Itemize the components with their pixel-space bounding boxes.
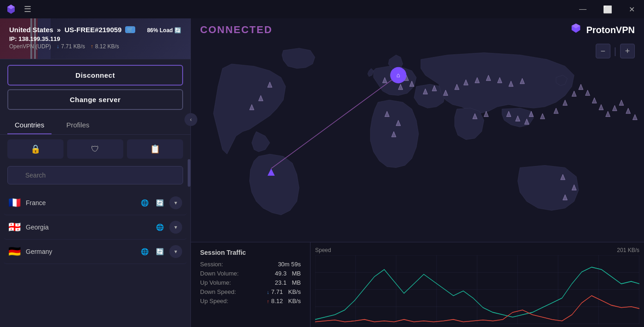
tab-countries[interactable]: Countries <box>7 117 52 134</box>
server-load: 86% Load 🔄 <box>147 27 181 34</box>
filter-free-button[interactable]: 🔒 <box>7 139 63 159</box>
speed-chart-panel: Speed 201 KB/s <box>310 242 644 327</box>
proton-logo-icon <box>6 4 17 15</box>
action-buttons: Disconnect Change server <box>0 59 190 114</box>
expand-france-button[interactable]: ▾ <box>169 196 182 209</box>
list-item[interactable]: 🇫🇷 France 🌐 🔄 ▾ <box>4 191 187 215</box>
zoom-divider: | <box>614 46 616 57</box>
title-bar: ☰ — ⬜ ✕ <box>0 0 644 18</box>
globe-icon-france[interactable]: 🌐 <box>139 198 150 207</box>
ip-label: IP: <box>9 35 17 42</box>
country-actions-georgia: 🌐 ▾ <box>154 221 182 234</box>
search-area: 🔍 <box>0 163 190 189</box>
down-vol-label: Down Volume: <box>200 270 239 277</box>
globe-icon-germany[interactable]: 🌐 <box>139 247 150 256</box>
up-vol-label: Up Volume: <box>200 279 231 286</box>
up-speed-label: Up Speed: <box>200 298 228 304</box>
list-item[interactable]: 🇩🇪 Germany 🌐 🔄 ▾ <box>4 240 187 264</box>
download-arrow-icon: ↓ <box>57 43 59 50</box>
right-area: CONNECTED ProtonVPN − | + <box>191 18 644 327</box>
collapse-panel-button[interactable]: ‹ <box>184 113 197 126</box>
close-button[interactable]: ✕ <box>625 3 638 16</box>
map-container[interactable]: ⌂ <box>191 41 644 244</box>
connection-info: United States » US-FREE#219059 🛒 IP: 138… <box>0 18 190 59</box>
up-speed-arrow-icon: ↑ <box>267 298 270 304</box>
retry-icon-germany[interactable]: 🔄 <box>154 247 166 256</box>
country-actions-germany: 🌐 🔄 ▾ <box>139 245 182 258</box>
world-map-svg: ⌂ <box>191 41 644 244</box>
down-speed-label: Down Speed: <box>200 288 236 295</box>
protonvpn-brand: ProtonVPN <box>569 23 635 38</box>
zoom-in-button[interactable]: + <box>620 44 635 58</box>
speed-chart-svg <box>315 255 639 324</box>
ip-value: 138.199.35.119 <box>18 35 60 42</box>
disconnect-button[interactable]: Disconnect <box>7 65 183 86</box>
search-wrapper: 🔍 <box>7 166 183 184</box>
globe-icon-georgia[interactable]: 🌐 <box>154 223 166 232</box>
down-speed-arrow-icon: ↓ <box>267 289 270 295</box>
up-vol-value: 23.1 MB <box>275 279 301 286</box>
country-name: United States <box>9 26 53 34</box>
session-traffic-title: Session Traffic <box>200 249 301 256</box>
session-label: Session: <box>200 261 223 268</box>
protocol-name: OpenVPN (UDP) <box>9 43 51 50</box>
tab-bar: Countries Profiles <box>0 114 190 135</box>
tab-profiles[interactable]: Profiles <box>59 117 97 134</box>
lock-icon: 🔒 <box>30 144 40 154</box>
country-name-germany: Germany <box>26 248 134 255</box>
filter-row: 🔒 🛡 📋 <box>0 135 190 163</box>
zoom-out-button[interactable]: − <box>596 44 610 58</box>
window-controls: — ⬜ ✕ <box>575 3 638 16</box>
zoom-controls: − | + <box>596 44 635 58</box>
svg-text:⌂: ⌂ <box>397 72 400 79</box>
p2p-icon: 📋 <box>150 144 160 154</box>
server-name: US-FREE#219059 <box>64 26 121 34</box>
session-stat-row: Session: 30m 59s <box>200 261 301 268</box>
down-vol-value: 49.3 MB <box>275 270 301 277</box>
connected-status: CONNECTED <box>200 24 272 36</box>
expand-georgia-button[interactable]: ▾ <box>169 221 182 234</box>
search-input[interactable] <box>7 166 183 184</box>
panel-scrollbar[interactable] <box>188 159 190 187</box>
hamburger-menu-icon[interactable]: ☰ <box>24 4 31 14</box>
bottom-stats: Session Traffic Session: 30m 59s Down Vo… <box>191 242 644 327</box>
retry-icon-france[interactable]: 🔄 <box>154 198 166 207</box>
speed-chart-labels: Speed 201 KB/s <box>315 247 639 253</box>
down-speed-value: ↓ 7.71 KB/s <box>267 288 301 295</box>
download-chart-line <box>315 267 639 320</box>
up-volume-row: Up Volume: 23.1 MB <box>200 279 301 286</box>
speed-chart-max: 201 KB/s <box>617 247 639 253</box>
upload-speed: ↑ 8.12 KB/s <box>91 43 119 50</box>
france-flag-icon: 🇫🇷 <box>8 197 21 209</box>
location-separator: » <box>57 26 61 34</box>
filter-p2p-button[interactable]: 📋 <box>127 139 183 159</box>
georgia-flag-icon: 🇬🇪 <box>8 221 21 233</box>
session-value: 30m 59s <box>278 261 301 268</box>
country-actions-france: 🌐 🔄 ▾ <box>139 196 182 209</box>
shop-badge: 🛒 <box>125 26 135 33</box>
upload-arrow-icon: ↑ <box>91 43 93 50</box>
upload-chart-line <box>315 296 639 322</box>
ip-address-row: IP: 138.199.35.119 86% Load 🔄 <box>9 35 181 42</box>
maximize-button[interactable]: ⬜ <box>599 3 616 16</box>
down-speed-row: Down Speed: ↓ 7.71 KB/s <box>200 288 301 295</box>
filter-secure-button[interactable]: 🛡 <box>67 139 123 159</box>
expand-germany-button[interactable]: ▾ <box>169 245 182 258</box>
connection-details: United States » US-FREE#219059 🛒 IP: 138… <box>9 26 181 50</box>
shield-icon: 🛡 <box>91 144 99 154</box>
right-header: CONNECTED ProtonVPN <box>191 18 644 41</box>
connected-text: CONNECTED <box>200 24 272 35</box>
down-volume-row: Down Volume: 49.3 MB <box>200 270 301 277</box>
protocol-row: OpenVPN (UDP) ↓ 7.71 KB/s ↑ 8.12 KB/s <box>9 43 181 50</box>
up-speed-value: ↑ 8.12 KB/s <box>267 298 301 304</box>
minimize-button[interactable]: — <box>575 3 590 15</box>
brand-name: ProtonVPN <box>586 25 635 35</box>
up-speed-row: Up Speed: ↑ 8.12 KB/s <box>200 298 301 304</box>
country-name-georgia: Georgia <box>26 224 150 231</box>
country-name-france: France <box>26 199 134 207</box>
session-traffic-panel: Session Traffic Session: 30m 59s Down Vo… <box>191 242 310 327</box>
germany-flag-icon: 🇩🇪 <box>8 246 21 258</box>
change-server-button[interactable]: Change server <box>7 89 183 110</box>
left-panel: United States » US-FREE#219059 🛒 IP: 138… <box>0 18 191 327</box>
list-item[interactable]: 🇬🇪 Georgia 🌐 ▾ <box>4 215 187 240</box>
